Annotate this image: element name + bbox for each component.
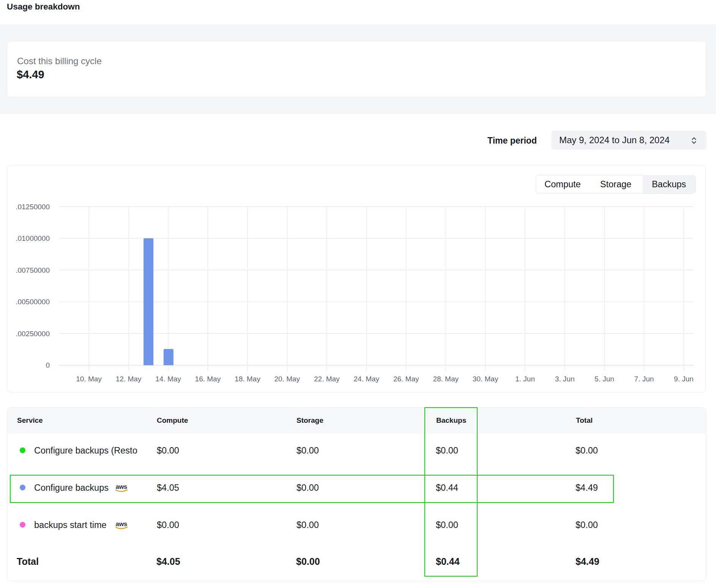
svg-text:.01250000: .01250000 (16, 203, 50, 211)
svg-text:.00750000: .00750000 (16, 266, 50, 274)
svg-text:20. May: 20. May (274, 375, 300, 383)
svg-text:16. May: 16. May (195, 375, 221, 383)
svg-text:18. May: 18. May (235, 375, 260, 383)
svg-text:3. Jun: 3. Jun (555, 375, 575, 383)
svg-text:.00500000: .00500000 (16, 298, 50, 306)
svg-text:.00250000: .00250000 (16, 330, 50, 338)
svg-text:14. May: 14. May (155, 375, 181, 383)
svg-text:22. May: 22. May (314, 375, 340, 383)
svg-text:10. May: 10. May (76, 375, 102, 383)
svg-text:30. May: 30. May (473, 375, 498, 383)
svg-text:1. Jun: 1. Jun (515, 375, 535, 383)
svg-text:12. May: 12. May (116, 375, 142, 383)
svg-text:.01000000: .01000000 (16, 234, 50, 242)
svg-text:5. Jun: 5. Jun (595, 375, 614, 383)
svg-text:0: 0 (46, 361, 50, 369)
svg-text:24. May: 24. May (354, 375, 380, 383)
svg-text:26. May: 26. May (393, 375, 419, 383)
svg-text:28. May: 28. May (433, 375, 459, 383)
svg-text:9. Jun: 9. Jun (674, 375, 694, 383)
svg-text:7. Jun: 7. Jun (634, 375, 654, 383)
